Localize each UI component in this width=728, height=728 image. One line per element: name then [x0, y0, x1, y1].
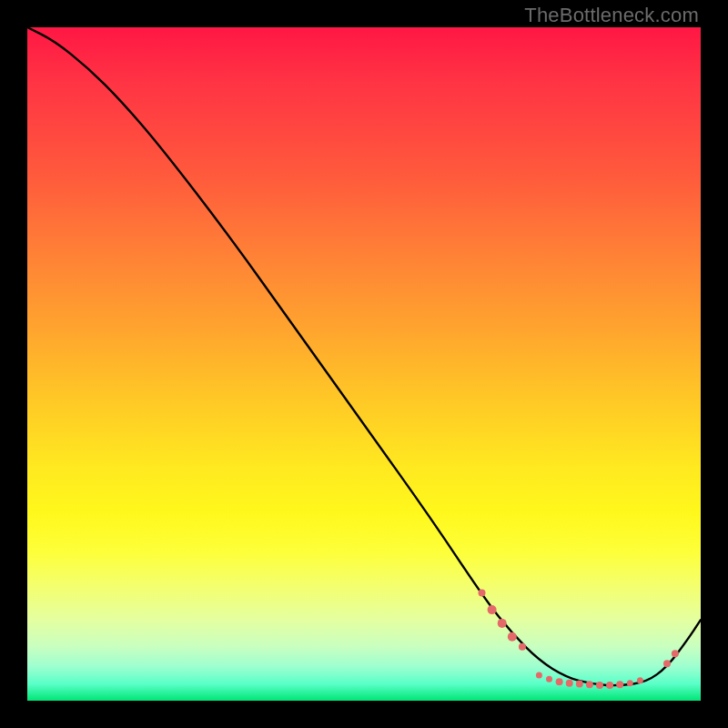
data-marker [627, 680, 633, 686]
data-marker [672, 650, 679, 657]
data-marker [536, 672, 542, 678]
curve-svg [27, 27, 701, 701]
data-marker [663, 660, 671, 667]
data-markers [479, 590, 679, 689]
data-marker [498, 619, 507, 628]
data-marker [616, 681, 623, 688]
watermark-text: TheBottleneck.com [524, 4, 699, 27]
data-marker [546, 676, 552, 682]
data-marker [508, 632, 517, 642]
data-marker [566, 680, 573, 687]
data-marker [606, 682, 613, 689]
bottleneck-curve [27, 27, 701, 685]
data-marker [556, 678, 563, 685]
data-marker [596, 682, 603, 689]
data-marker [519, 643, 526, 651]
data-marker [637, 677, 643, 683]
data-marker [479, 590, 486, 597]
data-marker [488, 605, 497, 614]
chart-container: TheBottleneck.com [0, 0, 728, 728]
data-marker [576, 681, 583, 688]
plot-area [27, 27, 701, 701]
data-marker [586, 681, 593, 688]
